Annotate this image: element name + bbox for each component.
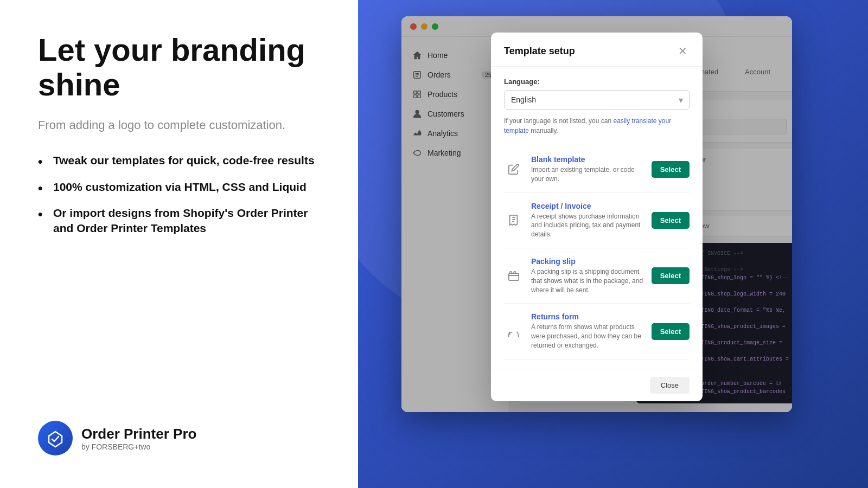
sub-heading: From adding a logo to complete customiza…	[38, 117, 320, 134]
admin-window: Home Orders 256 Products Customers	[401, 16, 792, 412]
template-icon	[504, 159, 524, 179]
logo-name: Order Printer Pro	[81, 426, 196, 442]
template-item: Quote for Draft ordersQuotes are used fo…	[504, 359, 690, 369]
modal-body: Language: English French German Spanish …	[491, 67, 703, 369]
template-list: Blank templateImport an existing templat…	[504, 146, 690, 369]
template-item: Returns formA returns form shows what pr…	[504, 304, 690, 359]
logo-text: Order Printer Pro by FORSBERG+two	[81, 426, 196, 451]
language-select[interactable]: English French German Spanish	[504, 90, 690, 110]
template-item: Receipt / InvoiceA receipt shows purchas…	[504, 193, 690, 248]
modal-overlay: Template setup ✕ Language: English Frenc…	[401, 16, 792, 412]
close-button[interactable]: Close	[650, 377, 690, 394]
translate-link[interactable]: easily translate your template	[504, 117, 671, 134]
template-item: Blank templateImport an existing templat…	[504, 146, 690, 193]
template-icon	[504, 266, 524, 286]
left-panel: Let your branding shine From adding a lo…	[0, 0, 358, 488]
modal-footer: Close	[491, 369, 703, 401]
template-name: Blank template	[531, 155, 644, 164]
svg-rect-6	[509, 273, 519, 280]
left-content: Let your branding shine From adding a lo…	[38, 33, 320, 247]
select-template-button[interactable]: Select	[652, 267, 690, 284]
select-template-button[interactable]: Select	[652, 161, 690, 178]
modal-title: Template setup	[504, 46, 575, 57]
bullet-list: Tweak our templates for quick, code-free…	[38, 153, 320, 236]
template-description: A packing slip is a shipping document th…	[531, 267, 644, 294]
template-name: Receipt / Invoice	[531, 202, 644, 210]
main-heading: Let your branding shine	[38, 33, 320, 102]
template-item: Packing slipA packing slip is a shipping…	[504, 248, 690, 304]
template-description: Import an existing template, or code you…	[531, 165, 644, 184]
app-logo-icon	[38, 421, 73, 455]
language-label: Language:	[504, 78, 690, 86]
template-description: A returns form shows what products were …	[531, 323, 644, 350]
select-template-button[interactable]: Select	[652, 323, 690, 340]
logo-byline: by FORSBERG+two	[81, 442, 196, 451]
modal-close-button[interactable]: ✕	[676, 43, 690, 59]
logo-section: Order Printer Pro by FORSBERG+two	[38, 421, 320, 455]
select-template-button[interactable]: Select	[652, 212, 690, 229]
template-description: A receipt shows purchase information and…	[531, 212, 644, 239]
template-icon	[504, 210, 524, 230]
language-select-wrap: English French German Spanish ▾	[504, 90, 690, 110]
language-note: If your language is not listed, you can …	[504, 116, 690, 136]
bullet-item-2: 100% customization via HTML, CSS and Liq…	[38, 179, 320, 195]
right-panel: Home Orders 256 Products Customers	[358, 0, 868, 488]
template-name: Returns form	[531, 312, 644, 321]
bullet-item-1: Tweak our templates for quick, code-free…	[38, 153, 320, 168]
template-icon	[504, 322, 524, 341]
template-setup-modal: Template setup ✕ Language: English Frenc…	[491, 33, 703, 401]
bullet-item-3: Or import designs from Shopify's Order P…	[38, 206, 320, 236]
modal-header: Template setup ✕	[491, 33, 703, 67]
template-name: Packing slip	[531, 257, 644, 266]
